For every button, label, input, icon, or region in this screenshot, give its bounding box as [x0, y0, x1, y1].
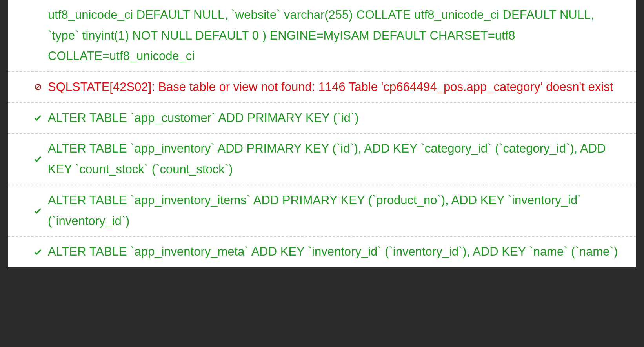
- log-row: ALTER TABLE `app_inventory` ADD PRIMARY …: [8, 134, 636, 185]
- log-message: ALTER TABLE `app_inventory_meta` ADD KEY…: [46, 240, 633, 264]
- check-icon: [11, 207, 46, 215]
- log-message: ALTER TABLE `app_inventory` ADD PRIMARY …: [46, 137, 633, 181]
- log-row: ALTER TABLE `app_inventory_meta` ADD KEY…: [8, 237, 636, 267]
- check-icon: [11, 114, 46, 122]
- log-row: ALTER TABLE `app_inventory_items` ADD PR…: [8, 185, 636, 237]
- svg-line-1: [36, 85, 40, 89]
- log-row: SQLSTATE[42S02]: Base table or view not …: [8, 72, 636, 103]
- log-message: SQLSTATE[42S02]: Base table or view not …: [46, 75, 633, 99]
- log-message: ALTER TABLE `app_customer` ADD PRIMARY K…: [46, 106, 633, 130]
- log-message: utf8_unicode_ci DEFAULT NULL, `website` …: [46, 3, 633, 68]
- log-panel: utf8_unicode_ci DEFAULT NULL, `website` …: [8, 0, 636, 267]
- log-row: ALTER TABLE `app_customer` ADD PRIMARY K…: [8, 103, 636, 134]
- log-message: ALTER TABLE `app_inventory_items` ADD PR…: [46, 189, 633, 233]
- check-icon: [11, 248, 46, 256]
- error-icon: [11, 84, 46, 91]
- log-row: utf8_unicode_ci DEFAULT NULL, `website` …: [8, 0, 636, 72]
- check-icon: [11, 155, 46, 163]
